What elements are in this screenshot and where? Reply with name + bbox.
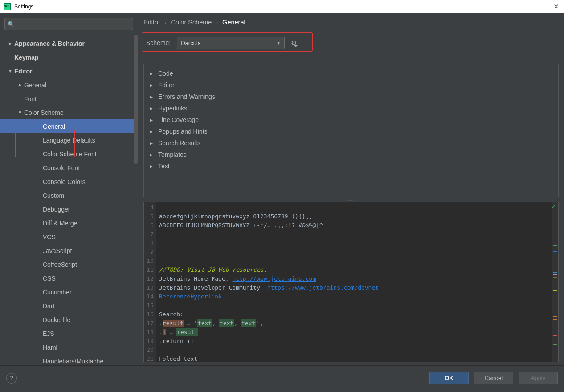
caret-down-icon: ▼ xyxy=(18,110,24,115)
close-icon[interactable]: ✕ xyxy=(552,3,560,11)
caret-right-icon: ► xyxy=(149,106,155,111)
error-stripe-marker[interactable] xyxy=(553,290,557,291)
sidebar-item-label: Debugger xyxy=(43,206,70,213)
category-label: Errors and Warnings xyxy=(158,93,215,100)
sidebar-item-label: Handlebars/Mustache xyxy=(43,358,103,365)
divider xyxy=(143,59,559,59)
sidebar-item-label: CSS xyxy=(43,275,56,282)
category-label: Popups and Hints xyxy=(158,128,208,135)
scheme-dropdown[interactable]: Darcula ▼ xyxy=(177,37,285,49)
sidebar-item[interactable]: ►General xyxy=(0,119,138,133)
chevron-right-icon: › xyxy=(165,20,167,25)
sidebar-item[interactable]: ►Appearance & Behavior xyxy=(0,37,138,50)
settings-tree: ►Appearance & Behavior►Keymap▼Editor►Gen… xyxy=(0,35,138,365)
sidebar-item-label: General xyxy=(43,123,65,130)
error-stripe-marker[interactable] xyxy=(553,272,557,273)
error-stripe-marker[interactable] xyxy=(553,277,557,278)
category-label: Search Results xyxy=(158,139,200,147)
help-button[interactable]: ? xyxy=(6,373,17,384)
error-stripe-marker[interactable] xyxy=(553,245,557,246)
caret-right-icon: ► xyxy=(149,164,155,169)
sidebar-item[interactable]: ►CoffeeScript xyxy=(0,257,138,271)
category-item[interactable]: ►Errors and Warnings xyxy=(146,91,556,102)
sidebar-item[interactable]: ►Debugger xyxy=(0,202,138,216)
editor-ruler xyxy=(144,202,552,210)
category-label: Text xyxy=(158,163,170,170)
sidebar-item[interactable]: ►Color Scheme Font xyxy=(0,147,138,161)
ok-button[interactable]: OK xyxy=(429,372,469,384)
sidebar-item[interactable]: ►Keymap xyxy=(0,50,138,64)
sidebar-item[interactable]: ►Haml xyxy=(0,340,138,354)
sidebar-item[interactable]: ►Language Defaults xyxy=(0,133,138,147)
category-item[interactable]: ►Editor xyxy=(146,79,556,91)
sidebar-item-label: Dart xyxy=(43,302,54,310)
sidebar-item-label: EJS xyxy=(43,330,54,337)
error-stripe-marker[interactable] xyxy=(553,316,557,317)
sidebar-item[interactable]: ▼Color Scheme xyxy=(0,106,138,119)
search-input[interactable]: 🔍 xyxy=(4,18,133,30)
sidebar-item-label: Custom xyxy=(43,192,64,199)
sidebar-item[interactable]: ►Dart xyxy=(0,299,138,313)
category-item[interactable]: ►Code xyxy=(146,68,556,79)
scrollbar[interactable] xyxy=(134,35,138,164)
sidebar-item[interactable]: ►VCS xyxy=(0,230,138,244)
apply-button[interactable]: Apply xyxy=(519,372,558,384)
code-area[interactable]: abcdefghijklmnopqrstuvwxyz 0123456789 ()… xyxy=(156,202,558,362)
caret-right-icon: ► xyxy=(149,83,155,88)
sidebar-item-label: General xyxy=(24,82,46,89)
error-stripe-marker[interactable] xyxy=(553,274,557,275)
error-stripe-marker[interactable] xyxy=(553,251,557,252)
sidebar: 🔍 ►Appearance & Behavior►Keymap▼Editor►G… xyxy=(0,13,138,365)
sidebar-item-label: Dockerfile xyxy=(43,316,70,323)
category-label: Code xyxy=(158,70,173,77)
editor-markers[interactable]: ✔ xyxy=(552,202,558,362)
caret-right-icon: ► xyxy=(149,141,155,146)
caret-right-icon: ► xyxy=(8,41,14,46)
search-icon: 🔍 xyxy=(8,21,15,28)
sidebar-item[interactable]: ►Custom xyxy=(0,188,138,202)
breadcrumb-item[interactable]: Color Scheme xyxy=(171,19,212,26)
category-item[interactable]: ►Popups and Hints xyxy=(146,126,556,137)
sidebar-item-label: Console Colors xyxy=(43,178,86,185)
scheme-row: Scheme: Darcula ▼ ⚙ xyxy=(143,34,559,52)
inspection-status-icon: ✔ xyxy=(552,203,559,210)
chevron-right-icon: › xyxy=(216,20,218,25)
sidebar-item[interactable]: ▼Editor xyxy=(0,64,138,78)
error-stripe-marker[interactable] xyxy=(553,347,557,347)
sidebar-item[interactable]: ►Diff & Merge xyxy=(0,216,138,230)
sidebar-item-label: Font xyxy=(24,95,37,102)
category-label: Hyperlinks xyxy=(158,105,187,112)
sidebar-item[interactable]: ►Console Font xyxy=(0,161,138,175)
sidebar-item[interactable]: ►JavaScript xyxy=(0,244,138,257)
caret-right-icon: ► xyxy=(149,94,155,99)
caret-right-icon: ► xyxy=(149,71,155,76)
category-label: Templates xyxy=(158,151,187,158)
sidebar-item[interactable]: ►CSS xyxy=(0,271,138,285)
cancel-button[interactable]: Cancel xyxy=(474,372,513,384)
caret-right-icon: ► xyxy=(149,152,155,157)
error-stripe-marker[interactable] xyxy=(553,314,557,314)
category-item[interactable]: ►Line Coverage xyxy=(146,114,556,126)
sidebar-item[interactable]: ►Cucumber xyxy=(0,285,138,299)
category-item[interactable]: ►Hyperlinks xyxy=(146,102,556,114)
sidebar-item[interactable]: ►Dockerfile xyxy=(0,313,138,327)
error-stripe-marker[interactable] xyxy=(553,319,557,320)
gear-icon[interactable]: ⚙ xyxy=(291,39,297,47)
sidebar-item-label: VCS xyxy=(43,233,56,241)
sidebar-item[interactable]: ►Handlebars/Mustache xyxy=(0,354,138,365)
sidebar-item-label: Console Font xyxy=(43,164,80,172)
category-item[interactable]: ►Text xyxy=(146,160,556,172)
sidebar-item[interactable]: ►EJS xyxy=(0,327,138,340)
category-item[interactable]: ►Templates xyxy=(146,149,556,160)
sidebar-item[interactable]: ►General xyxy=(0,78,138,92)
sidebar-item[interactable]: ►Font xyxy=(0,92,138,106)
splitter-grip[interactable]: ⠿⠿⠿ xyxy=(143,197,559,202)
breadcrumb-item[interactable]: Editor xyxy=(143,19,160,26)
gutter: 4 5 6 7 8 9 10 11 12 13 14 15 16 17 18 1… xyxy=(144,202,156,362)
button-bar: ? OK Cancel Apply xyxy=(0,365,564,390)
error-stripe-marker[interactable] xyxy=(553,335,557,336)
error-stripe-marker[interactable] xyxy=(553,344,557,345)
category-item[interactable]: ►Search Results xyxy=(146,137,556,149)
sidebar-item[interactable]: ►Console Colors xyxy=(0,175,138,188)
sidebar-item-label: Language Defaults xyxy=(43,137,95,144)
